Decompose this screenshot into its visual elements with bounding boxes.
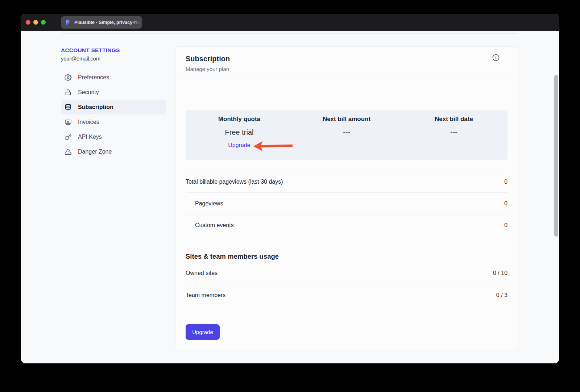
sidebar-item-api-keys[interactable]: API Keys bbox=[61, 130, 166, 144]
sites-row-value: 0 / 3 bbox=[496, 292, 508, 299]
sidebar-item-danger-zone[interactable]: Danger Zone bbox=[61, 145, 166, 159]
upgrade-button[interactable]: Upgrade bbox=[186, 324, 220, 340]
card-header: Subscription Manage your plan bbox=[175, 47, 518, 79]
sidebar-item-subscription[interactable]: Subscription bbox=[61, 100, 166, 114]
traffic-lights bbox=[26, 20, 46, 25]
info-icon[interactable] bbox=[492, 54, 500, 62]
sidebar-item-label: Subscription bbox=[78, 104, 113, 110]
usage-row-label: Pageviews bbox=[186, 200, 223, 207]
desktop-background: Plausible · Simple, privacy-frien ACCOUN… bbox=[0, 0, 580, 392]
sidebar-item-security[interactable]: Security bbox=[61, 85, 166, 100]
browser-tab[interactable]: Plausible · Simple, privacy-frien bbox=[61, 16, 142, 29]
sidebar-item-label: Security bbox=[78, 89, 99, 96]
next-bill-amount-column: Next bill amount --- bbox=[293, 116, 400, 160]
plausible-logo-icon bbox=[65, 19, 71, 26]
sidebar-item-label: Danger Zone bbox=[78, 149, 112, 155]
usage-row-label: Total billable pageviews (last 30 days) bbox=[186, 179, 283, 185]
settings-sidebar: ACCOUNT SETTINGS your@email.com Preferen… bbox=[61, 47, 166, 159]
lock-icon bbox=[65, 89, 72, 96]
next-bill-date-label: Next bill date bbox=[400, 116, 508, 123]
monthly-quota-column: Monthly quota Free trial Upgrade bbox=[186, 116, 293, 160]
usage-row-label: Custom events bbox=[186, 222, 234, 229]
account-settings-heading: ACCOUNT SETTINGS bbox=[61, 47, 166, 54]
close-window-button[interactable] bbox=[26, 20, 30, 25]
subscription-card: Subscription Manage your plan Monthly qu… bbox=[175, 46, 518, 350]
sidebar-item-preferences[interactable]: Preferences bbox=[61, 70, 166, 85]
tab-title-fade bbox=[131, 16, 142, 29]
browser-window: Plausible · Simple, privacy-frien ACCOUN… bbox=[21, 14, 559, 363]
fullscreen-window-button[interactable] bbox=[41, 20, 46, 25]
sidebar-item-label: Preferences bbox=[78, 74, 109, 81]
table-row: Owned sites 0 / 10 bbox=[186, 262, 508, 284]
next-bill-amount-label: Next bill amount bbox=[293, 116, 400, 123]
table-row: Team members 0 / 3 bbox=[186, 284, 508, 306]
billable-usage-table: Total billable pageviews (last 30 days) … bbox=[186, 171, 508, 236]
page-subtitle: Manage your plan bbox=[186, 66, 508, 72]
usage-row-value: 0 bbox=[504, 179, 508, 185]
page-title: Subscription bbox=[186, 55, 508, 63]
next-bill-amount-value: --- bbox=[293, 128, 400, 137]
table-row: Total billable pageviews (last 30 days) … bbox=[186, 171, 508, 193]
sidebar-item-invoices[interactable]: Invoices bbox=[61, 115, 166, 129]
sites-usage-heading: Sites & team members usage bbox=[186, 252, 508, 261]
next-bill-date-value: --- bbox=[400, 128, 508, 137]
minimize-window-button[interactable] bbox=[33, 20, 38, 25]
next-bill-date-column: Next bill date --- bbox=[400, 116, 508, 160]
sidebar-item-label: Invoices bbox=[78, 119, 99, 125]
monthly-quota-value: Free trial bbox=[186, 128, 293, 137]
sites-row-value: 0 / 10 bbox=[493, 270, 508, 276]
settings-nav: Preferences Security Subscription bbox=[61, 70, 166, 159]
gear-icon bbox=[65, 74, 72, 81]
usage-row-value: 0 bbox=[504, 200, 508, 207]
account-email: your@email.com bbox=[61, 56, 166, 62]
plan-summary-box: Monthly quota Free trial Upgrade Next bi… bbox=[186, 110, 508, 160]
window-titlebar: Plausible · Simple, privacy-frien bbox=[21, 14, 559, 31]
page-content: ACCOUNT SETTINGS your@email.com Preferen… bbox=[21, 31, 559, 363]
monthly-quota-label: Monthly quota bbox=[186, 116, 293, 123]
top-divider bbox=[62, 33, 518, 34]
usage-row-value: 0 bbox=[504, 222, 508, 229]
sites-row-label: Owned sites bbox=[186, 270, 218, 276]
upgrade-link[interactable]: Upgrade bbox=[228, 141, 250, 149]
sites-usage-table: Owned sites 0 / 10 Team members 0 / 3 bbox=[175, 262, 518, 306]
warning-triangle-icon bbox=[65, 148, 72, 155]
banknote-icon bbox=[65, 118, 72, 126]
sidebar-item-label: API Keys bbox=[78, 134, 102, 140]
table-row: Pageviews 0 bbox=[186, 193, 508, 214]
table-row: Custom events 0 bbox=[186, 214, 508, 236]
key-icon bbox=[65, 133, 72, 141]
sites-row-label: Team members bbox=[186, 292, 225, 299]
scrollbar-thumb[interactable] bbox=[554, 75, 558, 237]
database-icon bbox=[65, 104, 72, 111]
